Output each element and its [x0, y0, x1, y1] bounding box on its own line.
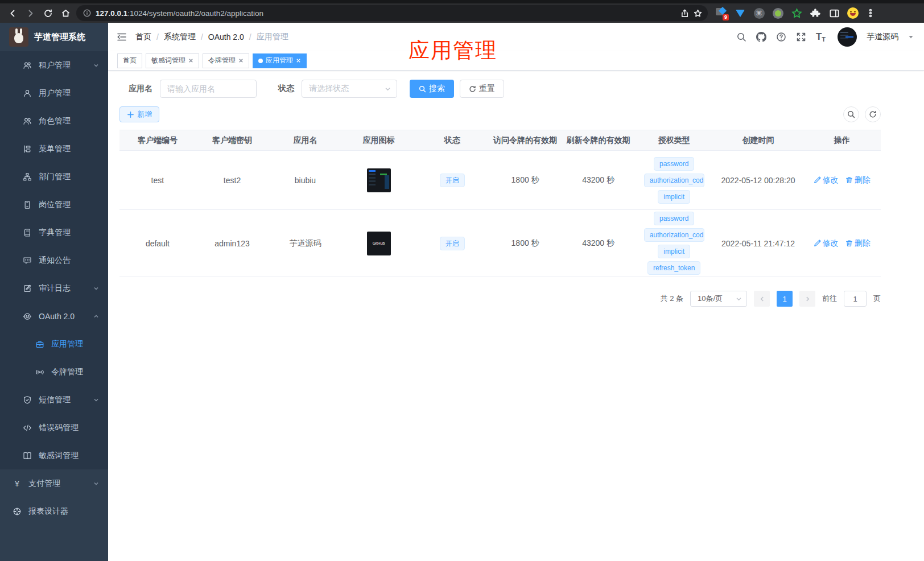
sidebar-item-oauth-token[interactable]: 令牌管理 — [0, 358, 108, 386]
sidebar-item-post[interactable]: 岗位管理 — [0, 191, 108, 218]
org-chart-icon — [23, 172, 32, 182]
sidebar-item-sms[interactable]: 短信管理 — [0, 386, 108, 414]
next-page-button[interactable] — [799, 291, 815, 307]
active-dot — [258, 59, 263, 63]
show-search-toggle-button[interactable] — [843, 106, 859, 122]
header-search-icon[interactable] — [736, 32, 746, 42]
refresh-table-button[interactable] — [865, 106, 881, 122]
status-badge: 开启 — [440, 174, 465, 187]
page-unit-label: 页 — [873, 294, 881, 304]
sidebar-item-notice[interactable]: 通知公告 — [0, 246, 108, 274]
edit-button[interactable]: 修改 — [814, 238, 839, 249]
goto-label: 前往 — [822, 294, 837, 304]
chevron-left-icon — [759, 296, 765, 302]
edit-button[interactable]: 修改 — [814, 175, 839, 185]
sidebar-item-role[interactable]: 角色管理 — [0, 107, 108, 135]
app-logo[interactable]: 芋道管理系统 — [0, 23, 108, 51]
user-menu-caret-icon[interactable] — [908, 34, 914, 40]
grant-type-tags: password authorization_code implicit ref… — [635, 212, 713, 275]
extension-gem-icon[interactable] — [735, 7, 746, 19]
add-button[interactable]: 新增 — [119, 106, 159, 122]
tab-home[interactable]: 首页 — [117, 53, 142, 68]
browser-forward-icon[interactable] — [26, 9, 35, 18]
sidebar-item-oauth-application[interactable]: 应用管理 — [0, 330, 108, 358]
help-icon[interactable] — [776, 32, 786, 42]
goto-page-input[interactable] — [844, 291, 867, 307]
col-actions: 操作 — [803, 135, 880, 146]
sidebar-item-dept[interactable]: 部门管理 — [0, 163, 108, 191]
prev-page-button[interactable] — [754, 291, 770, 307]
profile-avatar-icon[interactable] — [847, 7, 859, 19]
sidebar-item-audit-log[interactable]: 审计日志 — [0, 274, 108, 302]
page-number-current[interactable]: 1 — [777, 291, 793, 307]
compass-icon — [13, 507, 22, 516]
close-icon[interactable] — [188, 58, 193, 63]
extension-tabs-icon[interactable]: 9 — [716, 7, 727, 19]
robot-icon — [23, 312, 32, 321]
browser-back-icon[interactable] — [8, 9, 18, 18]
extension-star-icon[interactable] — [791, 7, 802, 19]
github-icon[interactable] — [756, 32, 766, 42]
tags-view-bar: 首页 敏感词管理 令牌管理 应用管理 — [108, 51, 924, 71]
extension-command-icon[interactable]: ⌘ — [753, 7, 765, 19]
sidebar-item-report-designer[interactable]: 报表设计器 — [0, 497, 108, 525]
browser-home-icon[interactable] — [61, 9, 71, 18]
col-secret: 客户端密钥 — [196, 135, 269, 146]
status-select[interactable]: 请选择状态 — [302, 80, 397, 98]
url-text: 127.0.0.1:1024/system/oauth2/oauth2/appl… — [96, 9, 676, 18]
share-icon[interactable] — [680, 9, 689, 18]
chevron-down-icon — [93, 286, 99, 291]
extensions-puzzle-icon[interactable] — [810, 7, 821, 19]
delete-button[interactable]: 删除 — [845, 238, 871, 249]
col-grant-types: 授权类型 — [635, 135, 713, 146]
app-icon-thumbnail — [367, 168, 391, 192]
bookmark-star-icon[interactable] — [694, 9, 702, 18]
tab-token[interactable]: 令牌管理 — [203, 53, 249, 68]
fullscreen-icon[interactable] — [796, 32, 806, 42]
user-name[interactable]: 芋道源码 — [867, 32, 898, 42]
menu-tree-icon — [23, 145, 32, 154]
close-icon[interactable] — [238, 58, 244, 63]
sidebar-item-tenant[interactable]: 租户管理 — [0, 51, 108, 79]
chrome-menu-icon[interactable] — [866, 9, 875, 18]
users-icon — [23, 117, 32, 126]
search-button[interactable]: 搜索 — [410, 80, 454, 98]
sidebar-item-sensitive-words[interactable]: 敏感词管理 — [0, 442, 108, 469]
table-header-row: 客户端编号 客户端密钥 应用名 应用图标 状态 访问令牌的有效期 刷新令牌的有效… — [119, 130, 881, 151]
sidebar-fold-icon[interactable] — [116, 31, 127, 43]
logo-image — [9, 27, 28, 47]
tab-sensitive-words[interactable]: 敏感词管理 — [146, 53, 199, 68]
tab-application[interactable]: 应用管理 — [253, 53, 307, 68]
site-info-icon[interactable] — [83, 9, 91, 17]
sidebar-item-payment[interactable]: ¥ 支付管理 — [0, 469, 108, 497]
gem-shape — [736, 10, 745, 17]
col-created: 创建时间 — [713, 135, 803, 146]
sidebar-item-error-code[interactable]: 错误码管理 — [0, 414, 108, 442]
grant-type-tags: password authorization_code implicit — [635, 157, 713, 204]
browser-reload-icon[interactable] — [43, 9, 53, 18]
sidebar-item-oauth[interactable]: OAuth 2.0 — [0, 302, 108, 330]
page-size-select[interactable]: 10条/页 — [690, 291, 747, 307]
col-access-ttl: 访问令牌的有效期 — [489, 135, 562, 146]
font-size-icon[interactable] — [816, 31, 826, 43]
sidebar-item-menu[interactable]: 菜单管理 — [0, 135, 108, 163]
delete-button[interactable]: 删除 — [845, 175, 871, 185]
status-label: 状态 — [278, 84, 294, 94]
users-icon — [23, 61, 32, 70]
url-bar[interactable]: 127.0.0.1:1024/system/oauth2/oauth2/appl… — [76, 5, 708, 21]
app-name-input[interactable] — [160, 80, 257, 98]
sidebar-item-user[interactable]: 用户管理 — [0, 79, 108, 107]
user-avatar[interactable] — [838, 27, 857, 47]
extension-green-dot-icon[interactable] — [772, 7, 783, 19]
breadcrumb-home[interactable]: 首页 — [135, 32, 151, 42]
user-icon — [23, 89, 32, 98]
breadcrumb-oauth[interactable]: OAuth 2.0 — [208, 32, 244, 42]
table-toolbar: 新增 — [119, 106, 881, 122]
dictionary-icon — [23, 228, 32, 237]
app-icon-thumbnail: GitHub — [367, 232, 391, 255]
reset-button[interactable]: 重置 — [460, 80, 504, 98]
breadcrumb-system[interactable]: 系统管理 — [164, 32, 196, 42]
side-panel-icon[interactable] — [828, 7, 840, 19]
close-icon[interactable] — [296, 58, 301, 63]
sidebar-item-dict[interactable]: 字典管理 — [0, 218, 108, 246]
